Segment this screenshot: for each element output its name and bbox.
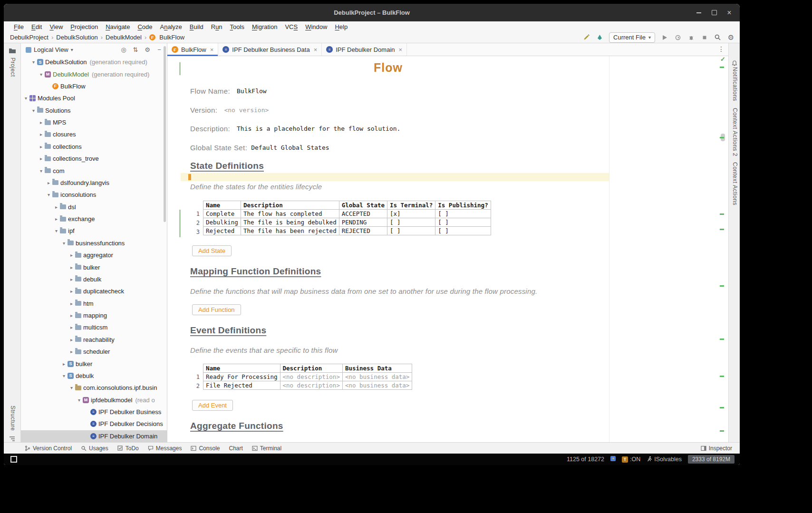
chevron-right-icon[interactable]: ▸ [68,337,75,342]
tool-button-context-actions[interactable]: Context Actions [732,162,738,205]
tree-item-aggregator[interactable]: ▸aggregator [21,249,167,261]
chevron-right-icon[interactable]: ▸ [68,265,75,270]
flow-name-value[interactable]: BulkFlow [237,87,267,95]
chevron-down-icon[interactable]: ▾ [30,59,37,65]
chevron-right-icon[interactable]: ▸ [38,120,44,125]
run-button[interactable] [660,33,668,41]
tool-button-structure[interactable]: Structure [10,406,16,431]
column-header-is-terminal[interactable]: Is Terminal? [387,201,435,210]
tab-ipf-debulker-domain[interactable]: IPF Debulker Domain× [322,43,407,56]
status-inspector[interactable]: Inspector [701,443,732,454]
search-everywhere-icon[interactable] [714,33,722,41]
chevron-right-icon[interactable]: ▸ [68,289,75,294]
tree-item-closures[interactable]: ▸closures [21,128,167,140]
minimize-button[interactable] [691,7,706,19]
menu-item-analyze[interactable]: Analyze [156,23,186,30]
menu-item-navigate[interactable]: Navigate [102,23,134,30]
chevron-right-icon[interactable]: ▸ [68,349,75,354]
tree-item-collections[interactable]: ▸collections [21,141,167,153]
chevron-down-icon[interactable]: ▾ [71,47,73,52]
add-state-button[interactable]: Add State [192,245,232,256]
tree-item-ipf-debulker-domain[interactable]: IPF Debulker Domain [21,430,167,442]
tree-item-debulkmodel[interactable]: ▾DebulkModel(generation required) [21,68,167,80]
chevron-right-icon[interactable]: ▸ [38,132,44,137]
column-header-global-state[interactable]: Global State [339,201,387,210]
menu-item-help[interactable]: Help [331,23,351,30]
table-cell[interactable]: [ ] [387,227,435,235]
menu-item-run[interactable]: Run [207,23,226,30]
toggle-t-widget[interactable]: T :ON [622,456,640,463]
menu-item-migration[interactable]: Migration [248,23,281,30]
chevron-down-icon[interactable]: ▾ [46,192,52,197]
chevron-right-icon[interactable]: ▸ [61,361,67,367]
view-selector[interactable]: Logical View [34,46,68,53]
column-header-business-data[interactable]: Business Data [342,364,412,373]
tree-item-debulk[interactable]: ▾debulk [21,370,167,382]
menu-item-view[interactable]: View [46,23,67,30]
maximize-button[interactable] [706,7,722,19]
tool-button-notifications[interactable]: Notifications [732,67,738,101]
tree-item-bulker[interactable]: ▸bulker [21,358,167,369]
chevron-down-icon[interactable]: ▾ [38,168,44,174]
table-cell[interactable]: Rejected [203,227,241,235]
tab-close-icon[interactable]: × [314,46,318,53]
chevron-down-icon[interactable]: ▾ [68,385,75,390]
tree-item-exchange[interactable]: ▸exchange [21,213,167,225]
description-value[interactable]: This is a placeholder for the flow solut… [237,125,400,132]
table-cell[interactable]: Complete [203,210,241,218]
table-cell[interactable]: The file is being debulked [241,218,339,227]
table-cell[interactable]: [ ] [435,218,491,227]
panel-settings-icon[interactable]: ⚙ [143,46,152,53]
table-cell[interactable]: Debulking [203,218,241,227]
pencil-icon[interactable] [582,33,590,41]
chevron-down-icon[interactable]: ▾ [61,241,67,246]
menu-item-projection[interactable]: Projection [67,23,102,30]
tree-item-mapping[interactable]: ▸mapping [21,310,167,321]
table-cell[interactable]: <no description> [280,381,342,390]
table-cell[interactable]: The file has been rejected [241,227,339,235]
status-version-control[interactable]: Version Control [25,445,72,452]
hide-panel-icon[interactable]: − [155,46,164,53]
chevron-right-icon[interactable]: ▸ [68,301,75,306]
menu-item-code[interactable]: Code [134,23,156,30]
tree-item-ipf-debulker-decisions[interactable]: IPF Debulker Decisions [21,418,167,430]
table-cell[interactable]: <no description> [280,373,342,381]
tree-item-multicsm[interactable]: ▸multicsm [21,321,167,333]
table-cell[interactable]: The flow has completed [241,210,339,218]
table-cell[interactable]: ACCEPTED [339,210,387,218]
tree-item-bulker[interactable]: ▸bulker [21,261,167,273]
breadcrumb-solution[interactable]: DebulkSolution [56,34,97,41]
locate-icon[interactable]: ◎ [119,46,128,53]
status-console[interactable]: Console [191,445,220,452]
run-config-dropdown[interactable]: Current File ▾ [609,32,655,43]
flow-title[interactable]: Flow [167,61,609,75]
column-header-is-publishing[interactable]: Is Publishing? [435,201,491,210]
tab-ipf-debulker-business-data[interactable]: IPF Debulker Business Data× [218,43,322,56]
table-cell[interactable]: Ready For Processing [203,373,280,381]
menu-item-edit[interactable]: Edit [28,23,46,30]
coverage-button[interactable] [674,33,682,41]
tree-item-scheduler[interactable]: ▸scheduler [21,346,167,358]
table-cell[interactable]: <no business data> [342,381,412,390]
tree-item-bulkflow[interactable]: BulkFlow [21,80,167,92]
menu-item-tools[interactable]: Tools [226,23,248,30]
table-cell[interactable]: REJECTED [339,227,387,235]
chevron-right-icon[interactable]: ▸ [46,180,52,185]
footer-widget-icon[interactable] [10,456,17,463]
chevron-down-icon[interactable]: ▾ [38,72,44,77]
breadcrumb-model[interactable]: DebulkModel [106,34,142,41]
breadcrumb-project[interactable]: DebulkProject [10,34,48,41]
status-todo[interactable]: ToDo [117,445,139,452]
tree-item-mps[interactable]: ▸MPS [21,116,167,128]
tree-item-dslfoundry-langvis[interactable]: ▸dslfoundry.langvis [21,177,167,189]
tool-button-project[interactable]: Project [10,58,16,77]
chevron-right-icon[interactable]: ▸ [38,144,44,149]
chevron-down-icon[interactable]: ▾ [53,228,59,233]
status-usages[interactable]: Usages [81,445,108,452]
column-header-name[interactable]: Name [203,364,280,373]
chevron-right-icon[interactable]: ▸ [53,216,59,222]
breadcrumb-node[interactable]: BulkFlow [159,34,184,41]
table-cell[interactable]: [ ] [435,227,491,235]
marker-pen-icon[interactable] [596,33,604,41]
version-value[interactable]: <no version> [224,106,269,114]
